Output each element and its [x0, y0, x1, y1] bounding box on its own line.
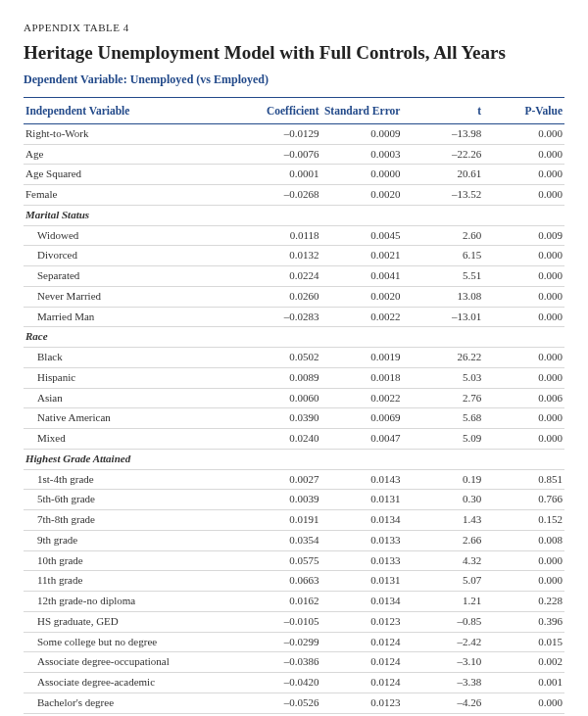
table-row: Race: [24, 327, 564, 348]
table-row: 5th-6th grade0.00390.01310.300.766: [24, 490, 564, 510]
group-label: Highest Grade Attained: [24, 449, 564, 469]
cell-t: 0.19: [402, 469, 483, 490]
col-header-t: t: [402, 97, 483, 123]
cell-coef: –0.0283: [240, 307, 321, 327]
row-label: Widowed: [24, 225, 240, 246]
table-row: Associate degree-occupational–0.03860.01…: [24, 652, 564, 673]
group-label: Marital Status: [24, 205, 564, 225]
cell-t: 5.68: [402, 408, 483, 429]
table-row: HS graduate, GED–0.01050.0123–0.850.396: [24, 611, 564, 632]
cell-coef: 0.0162: [240, 592, 321, 612]
cell-t: 2.66: [402, 530, 483, 550]
cell-se: 0.0000: [321, 165, 403, 185]
cell-se: 0.0045: [321, 225, 403, 246]
page-title: Heritage Unemployment Model with Full Co…: [24, 41, 564, 65]
cell-t: –13.52: [402, 185, 483, 206]
cell-t: 4.32: [402, 550, 483, 571]
row-label: HS graduate, GED: [24, 611, 240, 632]
cell-t: 2.76: [402, 388, 483, 408]
table-row: Age Squared0.00010.000020.610.000: [24, 165, 564, 185]
cell-coef: 0.0240: [240, 429, 321, 450]
row-label: Hispanic: [24, 367, 240, 388]
cell-se: 0.0124: [321, 673, 403, 693]
table-row: 7th-8th grade0.01910.01341.430.152: [24, 510, 564, 531]
cell-p: 0.000: [483, 144, 564, 165]
cell-t: –4.26: [402, 692, 483, 713]
row-label: Asian: [24, 388, 240, 408]
cell-coef: –0.0299: [240, 632, 321, 652]
table-row: Divorced0.01320.00216.150.000: [24, 246, 564, 266]
table-row: Right-to-Work–0.01290.0009–13.980.000: [24, 123, 564, 144]
cell-p: 0.000: [483, 348, 564, 368]
cell-p: 0.766: [483, 490, 564, 510]
table-row: Some college but no degree–0.02990.0124–…: [24, 632, 564, 652]
row-label: 7th-8th grade: [24, 510, 240, 531]
group-label: Race: [24, 327, 564, 348]
cell-coef: –0.0420: [240, 673, 321, 693]
cell-se: 0.0003: [321, 144, 403, 165]
cell-t: 13.08: [402, 286, 483, 307]
cell-t: 1.21: [402, 592, 483, 612]
cell-coef: –0.0105: [240, 611, 321, 632]
cell-t: 0.30: [402, 490, 483, 510]
cell-coef: 0.0502: [240, 348, 321, 368]
cell-se: 0.0124: [321, 632, 403, 652]
table-row: 9th grade0.03540.01332.660.008: [24, 530, 564, 550]
row-label: 12th grade-no diploma: [24, 592, 240, 612]
row-label: Some college but no degree: [24, 632, 240, 652]
cell-coef: 0.0039: [240, 490, 321, 510]
row-label: Associate degree-academic: [24, 673, 240, 693]
cell-coef: 0.0260: [240, 286, 321, 307]
cell-t: 5.03: [402, 367, 483, 388]
table-row: Marital Status: [24, 205, 564, 225]
row-label: Never Married: [24, 286, 240, 307]
cell-t: –13.01: [402, 307, 483, 327]
row-label: 11th grade: [24, 571, 240, 592]
cell-p: 0.000: [483, 571, 564, 592]
cell-coef: 0.0060: [240, 388, 321, 408]
row-label: Black: [24, 348, 240, 368]
cell-se: 0.0022: [321, 307, 403, 327]
row-label: 10th grade: [24, 550, 240, 571]
cell-coef: 0.0027: [240, 469, 321, 490]
cell-t: 6.15: [402, 246, 483, 266]
cell-p: 0.000: [483, 550, 564, 571]
cell-p: 0.000: [483, 286, 564, 307]
cell-p: 0.001: [483, 673, 564, 693]
table-row: Age–0.00760.0003–22.260.000: [24, 144, 564, 165]
cell-p: 0.000: [483, 123, 564, 144]
cell-coef: 0.0575: [240, 550, 321, 571]
table-row: Married Man–0.02830.0022–13.010.000: [24, 307, 564, 327]
row-label: Age Squared: [24, 165, 240, 185]
cell-se: 0.0123: [321, 611, 403, 632]
row-label: Native American: [24, 408, 240, 429]
cell-coef: –0.0129: [240, 123, 321, 144]
col-header-p: P-Value: [483, 97, 564, 123]
cell-t: –0.85: [402, 611, 483, 632]
table-row: Asian0.00600.00222.760.006: [24, 388, 564, 408]
cell-t: 5.09: [402, 429, 483, 450]
cell-coef: 0.0132: [240, 246, 321, 266]
cell-p: 0.228: [483, 592, 564, 612]
cell-p: 0.000: [483, 367, 564, 388]
cell-p: 0.000: [483, 185, 564, 206]
cell-coef: 0.0390: [240, 408, 321, 429]
cell-coef: 0.0663: [240, 571, 321, 592]
cell-p: 0.002: [483, 652, 564, 673]
cell-se: 0.0134: [321, 592, 403, 612]
row-label: Associate degree-occupational: [24, 652, 240, 673]
cell-p: 0.396: [483, 611, 564, 632]
cell-se: 0.0009: [321, 123, 403, 144]
cell-se: 0.0020: [321, 286, 403, 307]
row-label: 1st-4th grade: [24, 469, 240, 490]
col-header-se: Standard Error: [321, 97, 403, 123]
table-row: Separated0.02240.00415.510.000: [24, 266, 564, 287]
cell-coef: 0.0224: [240, 266, 321, 287]
cell-t: 1.43: [402, 510, 483, 531]
cell-coef: –0.0076: [240, 144, 321, 165]
cell-t: –22.26: [402, 144, 483, 165]
cell-se: 0.0123: [321, 692, 403, 713]
table-row: 12th grade-no diploma0.01620.01341.210.2…: [24, 592, 564, 612]
cell-p: 0.000: [483, 307, 564, 327]
row-label: Married Man: [24, 307, 240, 327]
